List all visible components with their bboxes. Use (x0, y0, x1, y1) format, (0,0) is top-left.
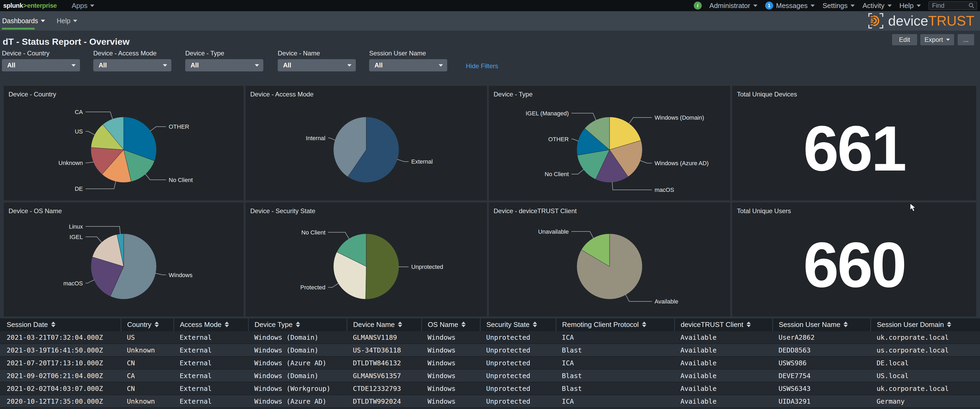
filter-dropdown[interactable]: All (185, 59, 263, 72)
apps-menu[interactable]: Apps (72, 2, 94, 10)
filter-dropdown[interactable]: All (93, 59, 171, 72)
table-cell[interactable]: USWS6343 (773, 382, 871, 395)
hide-filters-link[interactable]: Hide Filters (466, 62, 498, 70)
edit-button[interactable]: Edit (892, 34, 917, 45)
table-cell[interactable]: Windows (422, 331, 480, 344)
table-cell[interactable]: Windows (Domain) (248, 369, 347, 382)
table-cell[interactable]: Windows (Azure AD) (248, 395, 347, 407)
table-cell[interactable]: Windows (422, 369, 480, 382)
table-cell[interactable]: GLMANSV61357 (347, 369, 422, 382)
table-cell[interactable]: 2021-02-02T04:03:07.000Z (0, 382, 121, 395)
table-cell[interactable]: External (174, 382, 248, 395)
table-cell[interactable]: ICA (556, 356, 675, 369)
table-cell[interactable]: us.corporate.local (871, 344, 980, 356)
table-cell[interactable]: 2021-07-20T17:13:10.000Z (0, 356, 121, 369)
table-cell[interactable]: Unprotected (480, 344, 556, 356)
filter-dropdown[interactable]: All (278, 59, 356, 72)
table-cell[interactable]: Available (675, 395, 773, 407)
table-cell[interactable]: 2021-03-21T07:32:04.000Z (0, 331, 121, 344)
table-cell[interactable]: Unknown (121, 344, 174, 356)
sort-icon[interactable] (296, 321, 300, 327)
column-header-session-user-name[interactable]: Session User Name (773, 318, 871, 331)
table-cell[interactable]: CN (121, 356, 174, 369)
search-icon[interactable] (968, 2, 975, 9)
table-cell[interactable]: Available (675, 356, 773, 369)
table-cell[interactable]: GLMANSV1189 (347, 331, 422, 344)
messages-menu[interactable]: 1 Messages (765, 2, 815, 10)
table-cell[interactable]: ICA (556, 331, 675, 344)
table-cell[interactable]: Blast (556, 344, 675, 356)
table-cell[interactable]: External (174, 356, 248, 369)
sort-icon[interactable] (746, 321, 751, 327)
sort-icon[interactable] (154, 321, 159, 327)
table-cell[interactable]: US-34TD36118 (347, 344, 422, 356)
table-cell[interactable]: CN (121, 382, 174, 395)
table-cell[interactable]: UserA2862 (773, 331, 871, 344)
column-header-session-date[interactable]: Session Date (0, 318, 121, 331)
activity-menu[interactable]: Activity (862, 2, 891, 10)
sort-icon[interactable] (51, 321, 56, 327)
table-cell[interactable]: Available (675, 382, 773, 395)
table-cell[interactable]: External (174, 395, 248, 407)
sort-icon[interactable] (225, 321, 229, 327)
column-header-os-name[interactable]: OS Name (422, 318, 480, 331)
table-cell[interactable]: DTLDTW846132 (347, 356, 422, 369)
table-cell[interactable]: Unprotected (480, 331, 556, 344)
table-cell[interactable]: uk.corporate.local (871, 331, 980, 344)
table-cell[interactable]: 2020-10-12T17:35:00.000Z (0, 395, 121, 407)
table-cell[interactable]: 2021-03-19T16:41:50.000Z (0, 344, 121, 356)
table-cell[interactable]: Germany (871, 395, 980, 407)
column-header-devicetrust-client[interactable]: deviceTRUST Client (675, 318, 773, 331)
table-cell[interactable]: Unprotected (480, 382, 556, 395)
table-cell[interactable]: Windows (422, 344, 480, 356)
more-actions-button[interactable]: ... (958, 34, 974, 45)
table-cell[interactable]: DEVE7754 (773, 369, 871, 382)
table-cell[interactable]: Available (675, 344, 773, 356)
sort-icon[interactable] (533, 321, 537, 327)
table-cell[interactable]: USWS986 (773, 356, 871, 369)
column-header-country[interactable]: Country (121, 318, 174, 331)
table-cell[interactable]: UIDA3291 (773, 395, 871, 407)
table-cell[interactable]: External (174, 369, 248, 382)
table-cell[interactable]: Unprotected (480, 356, 556, 369)
find-search-input[interactable] (929, 2, 968, 10)
table-cell[interactable]: US (121, 331, 174, 344)
table-cell[interactable]: Windows (422, 356, 480, 369)
splunk-logo[interactable]: splunk > enterprise (3, 2, 57, 10)
table-cell[interactable]: Windows (Domain) (248, 331, 347, 344)
table-cell[interactable]: DE.local (871, 356, 980, 369)
filter-dropdown[interactable]: All (2, 59, 80, 72)
table-cell[interactable]: CA (121, 369, 174, 382)
table-cell[interactable]: Blast (556, 382, 675, 395)
table-cell[interactable]: DEDD8563 (773, 344, 871, 356)
nav-help[interactable]: Help (57, 17, 77, 25)
table-cell[interactable]: CTDE12332793 (347, 382, 422, 395)
table-cell[interactable]: Available (675, 369, 773, 382)
table-cell[interactable]: DTLDTW992024 (347, 395, 422, 407)
sort-icon[interactable] (642, 321, 646, 327)
column-header-device-name[interactable]: Device Name (347, 318, 422, 331)
column-header-device-type[interactable]: Device Type (248, 318, 347, 331)
sort-icon[interactable] (461, 321, 466, 327)
table-cell[interactable]: Unprotected (480, 369, 556, 382)
filter-dropdown[interactable]: All (369, 59, 447, 72)
table-cell[interactable]: External (174, 344, 248, 356)
table-cell[interactable]: Unknown (121, 395, 174, 407)
table-cell[interactable]: US.local (871, 369, 980, 382)
table-cell[interactable]: Windows (422, 382, 480, 395)
table-cell[interactable]: 2021-09-02T06:21:04.000Z (0, 369, 121, 382)
table-cell[interactable]: Windows (422, 395, 480, 407)
table-cell[interactable]: Windows (Azure AD) (248, 356, 347, 369)
sort-icon[interactable] (947, 321, 951, 327)
help-menu[interactable]: Help (899, 2, 921, 10)
table-cell[interactable]: Blast (556, 369, 675, 382)
pie-slice-unprotected[interactable] (366, 234, 399, 299)
table-cell[interactable]: Unprotected (480, 395, 556, 407)
column-header-session-user-domain[interactable]: Session User Domain (871, 318, 980, 331)
table-cell[interactable]: External (174, 331, 248, 344)
settings-menu[interactable]: Settings (822, 2, 855, 10)
table-cell[interactable]: Windows (Domain) (248, 344, 347, 356)
sort-icon[interactable] (843, 321, 848, 327)
export-button[interactable]: Export (920, 34, 954, 45)
info-icon[interactable]: i (694, 2, 702, 10)
